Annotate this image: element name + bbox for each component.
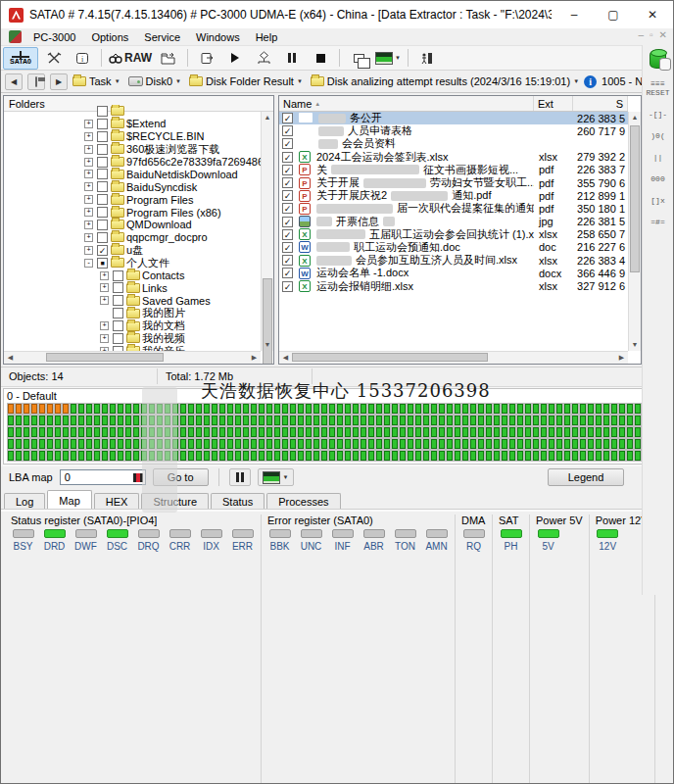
map-cell[interactable]	[39, 451, 45, 461]
map-cell[interactable]	[447, 427, 453, 437]
column-header-size[interactable]: S	[573, 96, 628, 111]
map-cell[interactable]	[259, 439, 265, 449]
map-cell[interactable]	[251, 404, 257, 414]
map-cell[interactable]	[243, 404, 249, 414]
map-cell[interactable]	[16, 451, 22, 461]
map-cell[interactable]	[345, 451, 351, 461]
map-cell[interactable]	[400, 439, 406, 449]
map-cell[interactable]	[180, 404, 186, 414]
dropdown-icon[interactable]: ▼	[297, 78, 303, 84]
map-cell[interactable]	[313, 439, 319, 449]
map-cell[interactable]	[517, 439, 523, 449]
map-cell[interactable]	[439, 427, 445, 437]
map-cell[interactable]	[251, 439, 257, 449]
map-cell[interactable]	[219, 439, 225, 449]
map-cell[interactable]	[133, 404, 139, 414]
map-cell[interactable]	[361, 416, 366, 425]
map-cell[interactable]	[219, 404, 225, 414]
map-cell[interactable]	[259, 416, 265, 425]
map-cell[interactable]	[313, 427, 319, 437]
copy-data-button[interactable]	[346, 47, 371, 70]
map-cell[interactable]	[282, 451, 288, 461]
map-cell[interactable]	[408, 427, 413, 437]
tree-item[interactable]: +QMDownload	[4, 219, 261, 231]
database-refresh-icon[interactable]	[650, 50, 666, 69]
map-cell[interactable]	[611, 416, 617, 425]
map-cell[interactable]	[63, 416, 69, 425]
map-cell[interactable]	[517, 416, 523, 425]
map-cell[interactable]	[392, 439, 398, 449]
tree-item[interactable]: +BaiduSyncdisk	[4, 180, 261, 193]
map-cell[interactable]	[556, 416, 562, 425]
map-cell[interactable]	[78, 439, 84, 449]
map-cell[interactable]	[423, 427, 429, 437]
map-cell[interactable]	[345, 439, 351, 449]
reset-icon[interactable]: ≡≡≡ RESET	[646, 79, 669, 97]
map-cell[interactable]	[251, 416, 257, 425]
map-cell[interactable]	[329, 451, 335, 461]
map-cell[interactable]	[196, 416, 202, 425]
map-cell[interactable]	[400, 404, 406, 414]
file-row[interactable]: ✓X运动会报销明细.xlsxxlsx327 912 6	[279, 279, 628, 292]
map-cell[interactable]	[78, 427, 84, 437]
map-cell[interactable]	[611, 451, 617, 461]
map-cell[interactable]	[431, 404, 437, 414]
scrollbar-thumb[interactable]	[630, 125, 640, 272]
tree-item[interactable]: +Program Files	[4, 193, 261, 206]
map-cell[interactable]	[71, 451, 76, 461]
map-cell[interactable]	[384, 427, 390, 437]
map-cell[interactable]	[502, 439, 507, 449]
map-cell[interactable]	[266, 427, 272, 437]
map-cell[interactable]	[63, 439, 69, 449]
map-cell[interactable]	[517, 451, 523, 461]
map-cell[interactable]	[313, 451, 319, 461]
map-cell[interactable]	[627, 439, 633, 449]
map-cell[interactable]	[274, 416, 280, 425]
map-cell[interactable]	[517, 404, 523, 414]
view-map-button[interactable]: ▼	[374, 47, 402, 70]
tree-item[interactable]: -■个人文件	[4, 257, 261, 270]
map-cell[interactable]	[227, 439, 233, 449]
map-cell[interactable]	[266, 416, 272, 425]
map-cell[interactable]	[235, 439, 241, 449]
map-cell[interactable]	[455, 416, 460, 425]
map-cell[interactable]	[431, 439, 437, 449]
map-cell[interactable]	[337, 404, 343, 414]
map-cell[interactable]	[361, 439, 366, 449]
map-cell[interactable]	[251, 451, 257, 461]
map-cell[interactable]	[306, 451, 312, 461]
map-cell[interactable]	[78, 451, 84, 461]
map-cell[interactable]	[8, 439, 14, 449]
map-cell[interactable]	[564, 416, 570, 425]
file-checkbox[interactable]: ✓	[282, 229, 293, 240]
file-checkbox[interactable]: ✓	[282, 125, 293, 136]
map-cell[interactable]	[31, 439, 37, 449]
map-cell[interactable]	[133, 439, 139, 449]
map-cell[interactable]	[8, 427, 14, 437]
map-cell[interactable]	[494, 404, 500, 414]
map-cell[interactable]	[86, 451, 92, 461]
map-cell[interactable]	[368, 427, 374, 437]
sata0-port-button[interactable]: SATA0	[3, 47, 38, 70]
map-cell[interactable]	[494, 427, 500, 437]
map-cell[interactable]	[188, 451, 194, 461]
map-cell[interactable]	[415, 439, 421, 449]
expand-icon[interactable]: +	[84, 208, 93, 217]
map-cell[interactable]	[392, 416, 398, 425]
map-cell[interactable]	[321, 439, 327, 449]
map-cell[interactable]	[392, 404, 398, 414]
map-cell[interactable]	[94, 404, 100, 414]
file-row[interactable]: ✓X2024工会运动会签到表.xlsxxlsx279 392 2	[279, 151, 628, 164]
map-cell[interactable]	[55, 439, 61, 449]
tree-checkbox[interactable]	[97, 119, 108, 129]
map-cell[interactable]	[423, 416, 429, 425]
copy-cancel-icon[interactable]: []x	[650, 196, 664, 205]
map-cell[interactable]	[180, 439, 186, 449]
map-cell[interactable]	[361, 427, 366, 437]
scroll-right-icon[interactable]: ▶	[615, 352, 628, 364]
map-cell[interactable]	[204, 416, 210, 425]
map-cell[interactable]	[580, 427, 586, 437]
map-cell[interactable]	[227, 404, 233, 414]
tree-checkbox[interactable]	[113, 295, 123, 306]
tab-log[interactable]: Log	[4, 493, 45, 509]
